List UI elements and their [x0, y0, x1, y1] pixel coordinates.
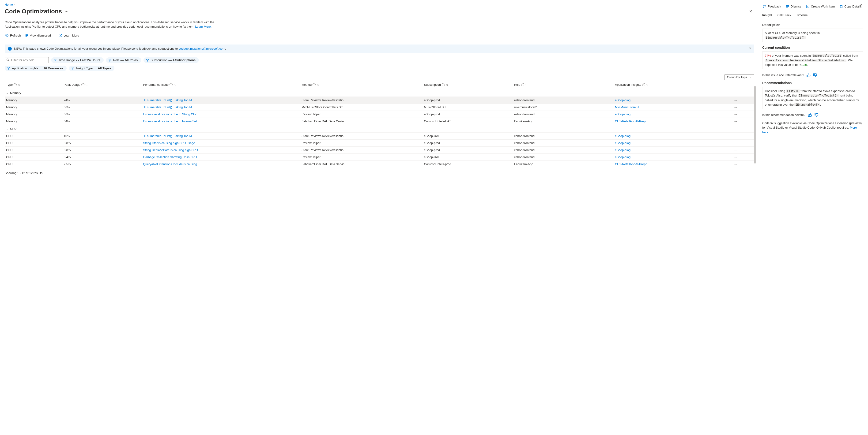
- filter-icon: [71, 67, 74, 70]
- cell-role: eshop-frontend: [513, 132, 613, 139]
- cell-type: CPU: [5, 146, 62, 154]
- row-more-icon[interactable]: ···: [734, 148, 737, 152]
- thumbs-down-icon[interactable]: [814, 113, 818, 117]
- chevron-down-icon: ⌄: [6, 127, 8, 130]
- issue-link[interactable]: QueryableExtensions.Include is causing: [143, 162, 197, 166]
- row-more-icon[interactable]: ···: [734, 105, 737, 109]
- issue-link[interactable]: Garbage Collection Showing Up in CPU: [143, 155, 197, 159]
- cell-peak: 2.5%: [62, 161, 142, 167]
- filter-input[interactable]: [5, 57, 49, 63]
- breadcrumb-home[interactable]: Home: [5, 3, 13, 6]
- issue-link[interactable]: String.Ctor is causing high CPU usage: [143, 141, 195, 145]
- issue-link[interactable]: `IEnumerable.ToList()` Taking Too M: [143, 134, 192, 138]
- issue-link[interactable]: Excessive allocations due to String.Ctor: [143, 112, 197, 116]
- issue-link[interactable]: `IEnumerable.ToList()` Taking Too M: [143, 98, 192, 102]
- refresh-button[interactable]: Refresh: [5, 33, 21, 38]
- cell-peak: 10%: [62, 132, 142, 139]
- group-row[interactable]: ⌄CPU: [5, 125, 754, 132]
- col-role[interactable]: Rolei↑↓: [513, 81, 613, 89]
- appinsights-link[interactable]: eShop-diag: [615, 141, 631, 145]
- dismiss-button[interactable]: Dismiss: [785, 4, 802, 9]
- cell-appinsights: eShop-diag: [614, 132, 733, 139]
- appinsights-link[interactable]: eShop-diag: [615, 112, 631, 116]
- cell-role: eshop-frontend: [513, 97, 613, 104]
- thumbs-down-icon[interactable]: [813, 73, 817, 77]
- more-actions-button[interactable]: ···: [65, 9, 68, 13]
- chevron-down-icon: ⌄: [6, 91, 8, 94]
- table-row[interactable]: Memory36%Excessive allocations due to St…: [5, 110, 754, 118]
- thumbs-up-icon[interactable]: [806, 73, 811, 77]
- info-icon: i: [642, 83, 645, 86]
- row-more-icon[interactable]: ···: [734, 141, 737, 145]
- cell-subscription: eShop-prod: [423, 146, 513, 154]
- appinsights-link[interactable]: MvcMusicStore01: [615, 105, 639, 109]
- filter-app-insights[interactable]: Application Insights == 10 Resources: [5, 66, 67, 71]
- filter-role[interactable]: Role == All Roles: [106, 57, 141, 63]
- cell-subscription: ContosoHotels-prod: [423, 161, 513, 167]
- tab-timeline[interactable]: Timeline: [796, 13, 808, 19]
- group-by-select[interactable]: Group By Type ⌄: [724, 74, 754, 80]
- cell-subscription: eShop-prod: [423, 110, 513, 118]
- issue-link[interactable]: String.ReplaceCore is causing high CPU: [143, 148, 198, 152]
- sort-icon: ↑↓: [525, 83, 527, 86]
- close-icon[interactable]: ✕: [747, 8, 754, 14]
- banner-close-icon[interactable]: ✕: [749, 46, 752, 50]
- cell-type: Memory: [5, 110, 62, 118]
- filter-time-range[interactable]: Time Range == Last 24 Hours: [51, 57, 104, 63]
- row-more-icon[interactable]: ···: [734, 162, 737, 166]
- cell-role: mvcmusicstore01: [513, 104, 613, 110]
- table-row[interactable]: CPU10%`IEnumerable.ToList()` Taking Too …: [5, 132, 754, 139]
- appinsights-link[interactable]: eShop-diag: [615, 148, 631, 152]
- learn-more-link[interactable]: Learn More.: [195, 25, 212, 28]
- condition-heading: Current condition: [762, 46, 863, 49]
- table-row[interactable]: Memory36%`IEnumerable.ToList()` Taking T…: [5, 104, 754, 110]
- filter-subscription[interactable]: Subscription == 4 Subscriptions: [144, 57, 199, 63]
- cell-appinsights: MvcMusicStore01: [614, 104, 733, 110]
- create-work-item-button[interactable]: Create Work Item: [806, 4, 835, 9]
- table-row[interactable]: CPU3.4%Garbage Collection Showing Up in …: [5, 154, 754, 161]
- svg-rect-2: [840, 6, 842, 8]
- search-icon: [6, 58, 10, 62]
- cell-appinsights: eShop-diag: [614, 146, 733, 154]
- table-row[interactable]: CPU3.8%String.ReplaceCore is causing hig…: [5, 146, 754, 154]
- table-row[interactable]: Memory34%Excessive allocations due to In…: [5, 118, 754, 125]
- issue-link[interactable]: `IEnumerable.ToList()` Taking Too M: [143, 105, 192, 109]
- table-row[interactable]: CPU3.8%String.Ctor is causing high CPU u…: [5, 139, 754, 146]
- row-more-icon[interactable]: ···: [734, 134, 737, 138]
- col-peak[interactable]: Peak Usagei↑↓: [62, 81, 142, 89]
- cell-peak: 34%: [62, 118, 142, 125]
- panel-close-icon[interactable]: ✕: [858, 2, 864, 8]
- feedback-email-link[interactable]: codeoptimizations@microsoft.com: [179, 47, 225, 51]
- view-dismissed-button[interactable]: View dismissed: [25, 33, 51, 38]
- cell-issue: `IEnumerable.ToList()` Taking Too M: [142, 132, 300, 139]
- row-more-icon[interactable]: ···: [734, 98, 737, 102]
- col-type[interactable]: Typei↑↓: [5, 81, 62, 89]
- tab-call-stack[interactable]: Call Stack: [777, 13, 791, 19]
- table-row[interactable]: Memory74%`IEnumerable.ToList()` Taking T…: [5, 97, 754, 104]
- feedback-button[interactable]: Feedback: [762, 4, 781, 9]
- col-method[interactable]: Methodi↑↓: [300, 81, 423, 89]
- issue-link[interactable]: Excessive allocations due to InternalSet: [143, 120, 197, 123]
- row-more-icon[interactable]: ···: [734, 120, 737, 123]
- filter-insight-type[interactable]: Insight Type == All Types: [69, 66, 115, 71]
- table-row[interactable]: CPU2.5%QueryableExtensions.Include is ca…: [5, 161, 754, 167]
- appinsights-link[interactable]: CH1-RetailAppAI-Prepd: [615, 162, 647, 166]
- cell-subscription: ContosoHotels-UAT: [423, 118, 513, 125]
- code-fix-note: Code fix suggestion available via Code O…: [762, 121, 863, 135]
- col-subscription[interactable]: Subscriptioni↑↓: [423, 81, 513, 89]
- thumbs-up-icon[interactable]: [808, 113, 812, 117]
- cell-role: eshop-frontend: [513, 146, 613, 154]
- scrollbar[interactable]: [754, 86, 756, 164]
- col-issue[interactable]: Performance Issuei↑↓: [142, 81, 300, 89]
- tab-insight[interactable]: Insight: [762, 13, 772, 19]
- group-row[interactable]: ⌄Memory: [5, 89, 754, 97]
- appinsights-link[interactable]: eShop-diag: [615, 155, 631, 159]
- appinsights-link[interactable]: eShop-diag: [615, 134, 631, 138]
- appinsights-link[interactable]: CH1-RetailAppAI-Prepd: [615, 120, 647, 123]
- chevron-down-icon: ⌄: [750, 76, 751, 78]
- learn-more-button[interactable]: Learn More: [58, 33, 80, 38]
- appinsights-link[interactable]: eShop-diag: [615, 98, 631, 102]
- row-more-icon[interactable]: ···: [734, 155, 737, 159]
- col-appinsights[interactable]: Application Insightsi↑↓: [614, 81, 733, 89]
- row-more-icon[interactable]: ···: [734, 112, 737, 116]
